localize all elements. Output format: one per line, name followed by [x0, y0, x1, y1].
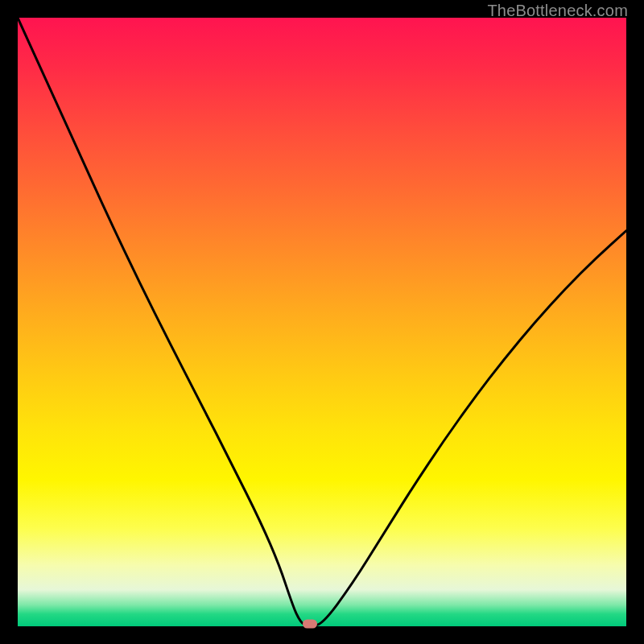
- bottleneck-curve: [18, 18, 626, 626]
- chart-frame: TheBottleneck.com: [0, 0, 644, 644]
- optimum-marker: [303, 619, 317, 628]
- plot-area: [18, 18, 626, 626]
